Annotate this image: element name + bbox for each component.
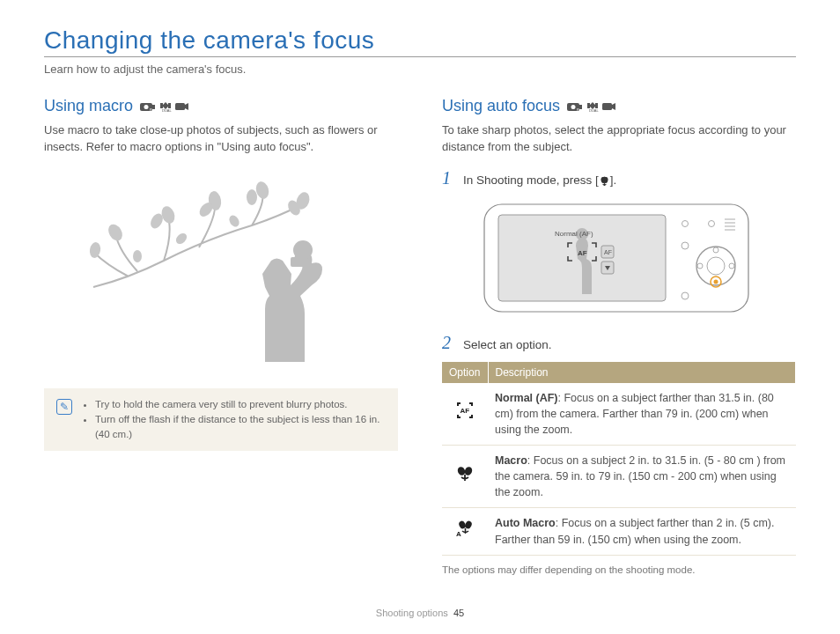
svg-point-14 — [106, 222, 125, 243]
camera-screen-label: Normal (AF) — [555, 230, 593, 238]
svg-point-28 — [604, 177, 608, 181]
svg-rect-20 — [291, 257, 306, 267]
svg-rect-26 — [602, 103, 612, 110]
svg-point-18 — [227, 213, 241, 228]
svg-text:AF: AF — [578, 249, 587, 257]
mode-movie-icon — [175, 101, 189, 112]
svg-rect-5 — [175, 103, 185, 110]
svg-point-2 — [144, 105, 149, 109]
autofocus-body-text: To take sharp photos, select the appropr… — [442, 122, 796, 156]
mode-program-icon: P — [567, 101, 583, 112]
svg-text:A: A — [456, 530, 461, 538]
svg-point-16 — [133, 250, 142, 262]
title-divider — [44, 56, 796, 57]
table-row: A Auto Macro: Focus on a subject farther… — [442, 508, 796, 555]
svg-text:AF: AF — [604, 249, 612, 255]
mode-icons-group: P DUAL — [567, 101, 616, 112]
options-table: Option Description AF Normal (AF): Focus… — [442, 362, 796, 556]
option-auto-macro-icon: A — [442, 508, 488, 555]
table-row: Macro: Focus on a subject 2 in. to 31.5 … — [442, 446, 796, 508]
step-number: 2 — [442, 333, 454, 353]
svg-point-15 — [89, 241, 102, 259]
th-option: Option — [442, 362, 488, 383]
section-heading-autofocus: Using auto focus P DUAL — [442, 97, 796, 115]
mode-dual-icon: DUAL — [159, 101, 172, 112]
th-description: Description — [488, 362, 796, 383]
option-macro-icon — [442, 446, 488, 508]
table-footnote: The options may differ depending on the … — [442, 564, 796, 575]
table-row: AF Normal (AF): Focus on a subject farth… — [442, 383, 796, 446]
heading-text: Using macro — [44, 97, 133, 115]
step1-suffix: ]. — [610, 173, 617, 187]
step-number: 1 — [442, 168, 454, 188]
note-item: Try to hold the camera very still to pre… — [95, 397, 386, 412]
section-heading-macro: Using macro P DUAL — [44, 97, 398, 115]
svg-point-11 — [247, 189, 257, 205]
svg-rect-1 — [152, 105, 155, 109]
right-column: Using auto focus P DUAL To take sharp ph… — [442, 97, 796, 575]
macro-illustration — [44, 168, 398, 371]
svg-point-27 — [601, 177, 604, 181]
svg-rect-22 — [579, 105, 582, 109]
option-normal-af-desc: Normal (AF): Focus on a subject farther … — [488, 383, 796, 446]
mode-dual-icon: DUAL — [586, 101, 599, 112]
step-2-text: Select an option. — [463, 338, 552, 351]
svg-point-23 — [571, 105, 576, 109]
macro-body-text: Use macro to take close-up photos of sub… — [44, 122, 398, 156]
footer-section: Shooting options — [376, 608, 448, 618]
svg-text:P: P — [577, 107, 579, 112]
step-2: 2 Select an option. — [442, 333, 796, 353]
left-column: Using macro P DUAL Use macro to take clo… — [44, 97, 398, 575]
page-title: Changing the camera's focus — [44, 26, 796, 55]
heading-text: Using auto focus — [442, 97, 560, 115]
camera-illustration: AF AF Normal (AF) — [442, 197, 796, 321]
step-1-text: In Shooting mode, press []. — [463, 173, 616, 187]
macro-button-icon — [599, 175, 610, 187]
mode-program-icon: P — [140, 101, 156, 112]
svg-text:P: P — [150, 107, 152, 112]
content-columns: Using macro P DUAL Use macro to take clo… — [44, 97, 796, 575]
svg-point-49 — [714, 279, 718, 284]
footer-page-number: 45 — [453, 608, 464, 618]
svg-point-17 — [174, 231, 189, 246]
step-1: 1 In Shooting mode, press []. — [442, 168, 796, 188]
step1-prefix: In Shooting mode, press [ — [463, 173, 599, 187]
note-box: ✎ Try to hold the camera very still to p… — [44, 388, 398, 452]
option-normal-af-icon: AF — [442, 383, 488, 446]
mode-icons-group: P DUAL — [140, 101, 189, 112]
svg-text:DUAL: DUAL — [162, 108, 172, 112]
svg-text:AF: AF — [461, 407, 470, 415]
page-footer: Shooting options 45 — [0, 608, 840, 618]
mode-movie-icon — [602, 101, 616, 112]
option-macro-desc: Macro: Focus on a subject 2 in. to 31.5 … — [488, 446, 796, 508]
svg-text:DUAL: DUAL — [589, 108, 599, 112]
note-item: Turn off the flash if the distance to th… — [95, 412, 386, 443]
svg-point-19 — [293, 240, 313, 260]
svg-point-55 — [464, 520, 473, 529]
page-intro: Learn how to adjust the camera's focus. — [44, 63, 796, 76]
option-auto-macro-desc: Auto Macro: Focus on a subject farther t… — [488, 508, 796, 555]
note-list: Try to hold the camera very still to pre… — [83, 397, 386, 443]
note-icon: ✎ — [56, 399, 72, 415]
